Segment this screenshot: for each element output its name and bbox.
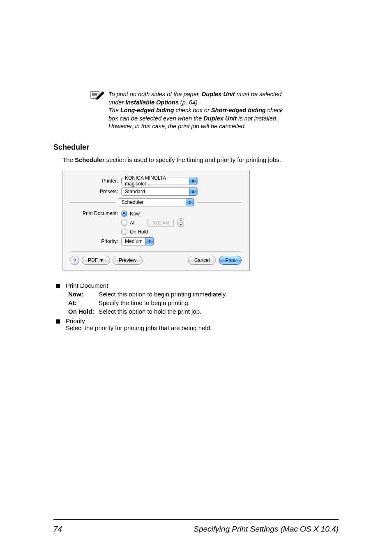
presets-label: Presets: <box>70 189 121 194</box>
note-text: To print on both sides of the paper, Dup… <box>108 90 285 131</box>
bullet-priority: Priority <box>66 317 212 324</box>
note-bold-duplex: Duplex Unit <box>202 91 235 97</box>
popup-arrows-icon <box>189 187 197 196</box>
desc-now: Select this option to begin printing imm… <box>99 291 339 298</box>
note-bold-installable: Installable Options <box>125 99 179 106</box>
note-pencil-icon <box>90 90 105 101</box>
print-document-label: Print Document: <box>70 210 121 216</box>
intro-fragment: The <box>62 156 75 163</box>
bullet-icon <box>56 284 60 288</box>
intro-bold: Scheduler <box>75 156 105 163</box>
term-at: At: <box>68 299 99 306</box>
printer-value: KONICA MINOLTA magicolor ... <box>125 175 187 187</box>
priority-label: Priority: <box>70 238 121 244</box>
help-button[interactable]: ? <box>70 256 79 265</box>
pane-value: Scheduler <box>122 199 144 205</box>
term-now: Now: <box>68 291 99 298</box>
dialog-divider <box>70 251 242 252</box>
stepper-up-icon <box>178 219 184 223</box>
bullet-icon <box>56 319 60 324</box>
note-bold-duplex2: Duplex Unit <box>203 115 237 122</box>
page-number: 74 <box>53 525 62 534</box>
intro-fragment: section is used to specify the timing an… <box>105 156 281 163</box>
svg-marker-5 <box>96 91 104 99</box>
note-bold-shortedge: Short-edged biding <box>211 107 266 113</box>
popup-arrows-icon <box>145 237 154 245</box>
popup-arrows-icon <box>186 198 194 206</box>
note-fragment: To print on both sides of the paper, <box>108 91 202 97</box>
printer-label: Printer: <box>70 178 121 184</box>
radio-at[interactable] <box>121 220 127 226</box>
desc-on-hold: Select this option to hold the print job… <box>99 308 339 315</box>
presets-popup[interactable]: Standard <box>121 187 198 196</box>
presets-value: Standard <box>125 189 145 194</box>
desc-at: Specify the time to begin printing. <box>99 299 339 306</box>
preview-button[interactable]: Preview <box>113 256 143 265</box>
divider-line <box>197 202 242 203</box>
priority-popup[interactable]: Medium <box>121 237 154 245</box>
bullet-print-document: Print Document <box>66 282 108 289</box>
section-heading: Scheduler <box>53 143 339 152</box>
footer-rule <box>53 519 339 520</box>
radio-now-label: Now <box>130 211 140 217</box>
radio-at-label: At <box>130 220 134 226</box>
printer-popup[interactable]: KONICA MINOLTA magicolor ... <box>121 177 198 185</box>
note-fragment: (p. 64). <box>179 99 199 106</box>
pdf-button[interactable]: PDF ▼ <box>82 256 110 265</box>
stepper-down-icon <box>178 223 184 227</box>
divider-line <box>70 202 115 203</box>
cancel-button[interactable]: Cancel <box>188 256 216 265</box>
pane-popup[interactable]: Scheduler <box>118 198 194 206</box>
footer-title: Specifying Print Settings (Mac OS X 10.4… <box>194 525 339 534</box>
radio-on-hold[interactable] <box>121 229 127 235</box>
intro-paragraph: The Scheduler section is used to specify… <box>62 156 339 164</box>
term-on-hold: On Hold: <box>68 308 99 315</box>
desc-priority: Select the priority for printing jobs th… <box>66 324 212 331</box>
popup-arrows-icon <box>189 177 197 185</box>
print-dialog: Printer: KONICA MINOLTA magicolor ... Pr… <box>62 170 250 271</box>
radio-now[interactable] <box>121 210 127 217</box>
time-stepper[interactable] <box>178 218 184 227</box>
radio-on-hold-label: On Hold <box>130 229 148 235</box>
time-field[interactable]: 9:00 AM <box>148 219 174 227</box>
note-fragment: check box or <box>174 107 211 113</box>
print-button[interactable]: Print <box>219 256 242 265</box>
note-fragment: The <box>108 107 120 113</box>
note-bold-longedge: Long-edged biding <box>120 107 174 113</box>
priority-value: Medium <box>125 238 143 244</box>
